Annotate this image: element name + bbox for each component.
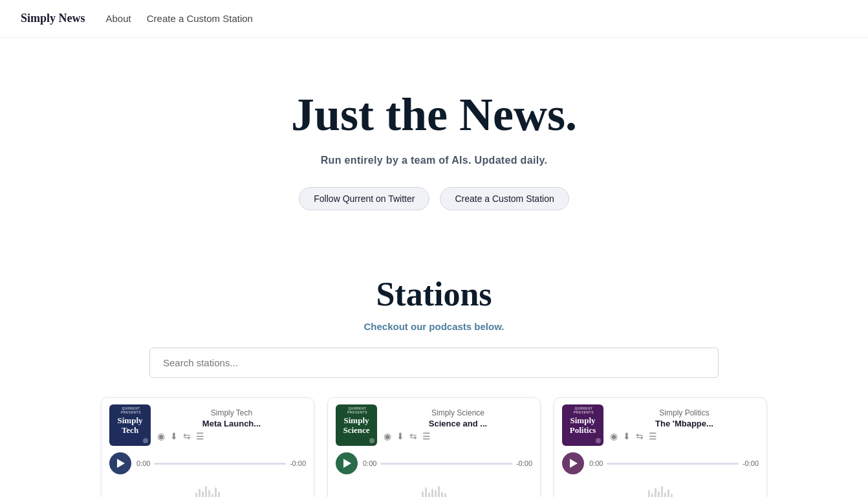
- thumbnail-tech: QURRENT PRESENTS Simply Tech: [109, 404, 151, 446]
- thumbnail-dot-tech: [143, 438, 148, 443]
- thumbnail-line2-science: Science: [343, 425, 369, 436]
- waveform-science: [328, 482, 540, 497]
- podcast-card-simply-politics: QURRENT PRESENTS Simply Politics Simply …: [554, 397, 767, 497]
- hero-subtitle: Run entirely by a team of AIs. Updated d…: [13, 155, 855, 166]
- rss-icon-science[interactable]: ◉: [384, 431, 391, 442]
- hero-title: Just the News.: [13, 89, 855, 140]
- player-times-politics: 0:00 -0:00: [589, 459, 759, 467]
- waveform-politics: [554, 482, 766, 497]
- hero-buttons: Follow Qurrent on Twitter Create a Custo…: [13, 187, 855, 210]
- download-icon-politics[interactable]: ⬇: [623, 431, 631, 442]
- progress-bar-politics[interactable]: [607, 463, 739, 465]
- play-button-tech[interactable]: [109, 452, 131, 474]
- card-info-science: Simply Science Science and ... ◉ ⬇ ⇆ ☰: [384, 408, 532, 442]
- card-player-science: 0:00 -0:00: [328, 450, 540, 482]
- download-icon-science[interactable]: ⬇: [396, 431, 404, 442]
- follow-twitter-button[interactable]: Follow Qurrent on Twitter: [299, 187, 429, 210]
- episode-title-tech: Meta Launch...: [157, 419, 306, 428]
- card-header-tech: QURRENT PRESENTS Simply Tech Simply Tech…: [102, 398, 314, 450]
- card-icons-politics: ◉ ⬇ ⇆ ☰: [610, 431, 759, 442]
- progress-bar-tech[interactable]: [154, 463, 286, 465]
- thumbnail-badge-politics: QURRENT PRESENTS: [564, 406, 603, 414]
- podcast-card-simply-science: QURRENT PRESENTS Simply Science Simply S…: [327, 397, 541, 497]
- menu-icon-politics[interactable]: ☰: [649, 431, 657, 442]
- time-total-politics: -0:00: [743, 459, 759, 467]
- player-times-science: 0:00 -0:00: [363, 459, 532, 467]
- cards-row: QURRENT PRESENTS Simply Tech Simply Tech…: [46, 397, 822, 497]
- station-name-science: Simply Science: [384, 408, 532, 417]
- thumbnail-politics: QURRENT PRESENTS Simply Politics: [562, 404, 603, 446]
- episode-title-science: Science and ...: [384, 419, 532, 428]
- play-button-politics[interactable]: [562, 452, 584, 474]
- thumbnail-badge-science: QURRENT PRESENTS: [338, 406, 377, 414]
- stations-subtitle: Checkout our podcasts below.: [13, 321, 855, 332]
- stations-section: Stations Checkout our podcasts below. QU…: [0, 249, 868, 497]
- share-icon-science[interactable]: ⇆: [409, 431, 417, 442]
- station-name-politics: Simply Politics: [610, 408, 759, 417]
- share-icon-tech[interactable]: ⇆: [183, 431, 191, 442]
- card-header-science: QURRENT PRESENTS Simply Science Simply S…: [328, 398, 540, 450]
- create-custom-station-button[interactable]: Create a Custom Station: [440, 187, 569, 210]
- hero-section: Just the News. Run entirely by a team of…: [0, 38, 868, 249]
- thumbnail-science: QURRENT PRESENTS Simply Science: [336, 404, 377, 446]
- share-icon-politics[interactable]: ⇆: [636, 431, 644, 442]
- navbar: Simply News About Create a Custom Statio…: [0, 0, 868, 38]
- play-triangle-science: [343, 459, 351, 468]
- episode-title-politics: The 'Mbappe...: [610, 419, 759, 428]
- thumbnail-line2-politics: Politics: [570, 425, 596, 436]
- card-icons-science: ◉ ⬇ ⇆ ☰: [384, 431, 532, 442]
- thumbnail-badge-tech: QURRENT PRESENTS: [111, 406, 151, 414]
- card-icons-tech: ◉ ⬇ ⇆ ☰: [157, 431, 306, 442]
- progress-bar-science[interactable]: [380, 463, 512, 465]
- thumbnail-dot-politics: [596, 438, 601, 443]
- waveform-tech: [102, 482, 314, 497]
- search-input[interactable]: [149, 348, 719, 378]
- time-current-politics: 0:00: [589, 459, 603, 467]
- time-total-science: -0:00: [516, 459, 532, 467]
- time-current-science: 0:00: [363, 459, 376, 467]
- play-triangle-tech: [117, 459, 125, 468]
- rss-icon-politics[interactable]: ◉: [610, 431, 618, 442]
- thumbnail-dot-science: [369, 438, 374, 443]
- time-current-tech: 0:00: [136, 459, 150, 467]
- thumbnail-line1-science: Simply: [343, 415, 369, 426]
- download-icon-tech[interactable]: ⬇: [170, 431, 178, 442]
- card-player-politics: 0:00 -0:00: [554, 450, 766, 482]
- card-info-politics: Simply Politics The 'Mbappe... ◉ ⬇ ⇆ ☰: [610, 408, 759, 442]
- nav-brand[interactable]: Simply News: [21, 12, 85, 25]
- play-button-science[interactable]: [336, 452, 358, 474]
- station-name-tech: Simply Tech: [157, 408, 306, 417]
- menu-icon-tech[interactable]: ☰: [196, 431, 204, 442]
- rss-icon-tech[interactable]: ◉: [157, 431, 165, 442]
- search-bar-container: [136, 348, 732, 378]
- thumbnail-line1-politics: Simply: [570, 415, 595, 426]
- play-triangle-politics: [570, 459, 578, 468]
- nav-link-create-station[interactable]: Create a Custom Station: [147, 13, 253, 24]
- thumbnail-line1-tech: Simply: [117, 415, 142, 426]
- menu-icon-science[interactable]: ☰: [422, 431, 431, 442]
- card-header-politics: QURRENT PRESENTS Simply Politics Simply …: [554, 398, 766, 450]
- nav-link-about[interactable]: About: [106, 13, 131, 24]
- card-player-tech: 0:00 -0:00: [102, 450, 314, 482]
- time-total-tech: -0:00: [290, 459, 306, 467]
- card-info-tech: Simply Tech Meta Launch... ◉ ⬇ ⇆ ☰: [157, 408, 306, 442]
- podcast-card-simply-tech: QURRENT PRESENTS Simply Tech Simply Tech…: [101, 397, 314, 497]
- player-times-tech: 0:00 -0:00: [136, 459, 306, 467]
- stations-title: Stations: [13, 275, 855, 313]
- thumbnail-line2-tech: Tech: [122, 425, 138, 436]
